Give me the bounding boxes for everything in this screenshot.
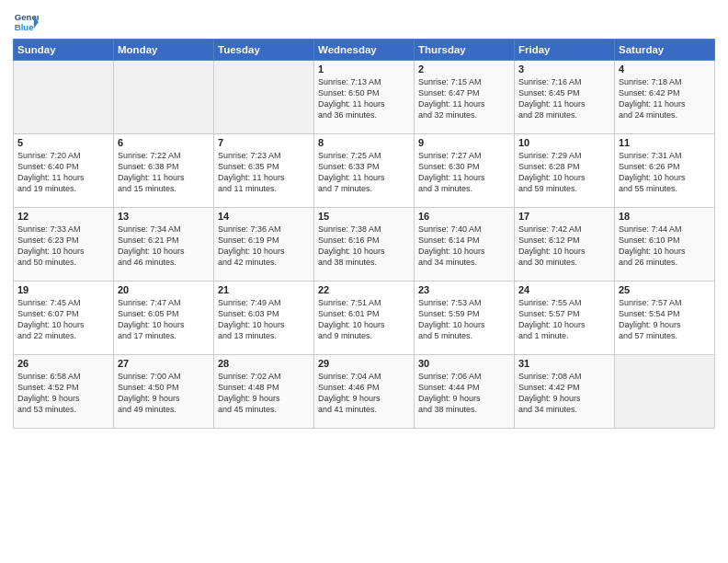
day-info: Sunrise: 7:16 AM Sunset: 6:45 PM Dayligh… — [518, 76, 610, 121]
day-number: 5 — [17, 137, 109, 148]
weekday-header-saturday: Saturday — [615, 40, 715, 61]
week-row-4: 19Sunrise: 7:45 AM Sunset: 6:07 PM Dayli… — [14, 282, 715, 355]
day-cell: 11Sunrise: 7:31 AM Sunset: 6:26 PM Dayli… — [615, 134, 715, 208]
day-info: Sunrise: 7:31 AM Sunset: 6:26 PM Dayligh… — [619, 150, 711, 195]
day-info: Sunrise: 7:36 AM Sunset: 6:19 PM Dayligh… — [218, 224, 310, 269]
weekday-header-monday: Monday — [114, 40, 214, 61]
day-info: Sunrise: 7:33 AM Sunset: 6:23 PM Dayligh… — [17, 224, 109, 269]
header-row: SundayMondayTuesdayWednesdayThursdayFrid… — [14, 40, 715, 61]
day-cell: 16Sunrise: 7:40 AM Sunset: 6:14 PM Dayli… — [415, 208, 515, 282]
day-info: Sunrise: 7:20 AM Sunset: 6:40 PM Dayligh… — [17, 150, 109, 195]
day-cell: 13Sunrise: 7:34 AM Sunset: 6:21 PM Dayli… — [114, 208, 214, 282]
day-number: 10 — [518, 137, 610, 148]
day-info: Sunrise: 7:27 AM Sunset: 6:30 PM Dayligh… — [418, 150, 510, 195]
day-number: 22 — [318, 284, 410, 295]
day-cell: 4Sunrise: 7:18 AM Sunset: 6:42 PM Daylig… — [615, 61, 715, 134]
week-row-5: 26Sunrise: 6:58 AM Sunset: 4:52 PM Dayli… — [14, 355, 715, 429]
day-info: Sunrise: 7:23 AM Sunset: 6:35 PM Dayligh… — [218, 150, 310, 195]
weekday-header-wednesday: Wednesday — [314, 40, 415, 61]
day-cell: 31Sunrise: 7:08 AM Sunset: 4:42 PM Dayli… — [515, 355, 615, 429]
day-number: 9 — [418, 137, 510, 148]
day-cell: 1Sunrise: 7:13 AM Sunset: 6:50 PM Daylig… — [314, 61, 415, 134]
day-cell: 21Sunrise: 7:49 AM Sunset: 6:03 PM Dayli… — [214, 282, 314, 355]
day-cell: 25Sunrise: 7:57 AM Sunset: 5:54 PM Dayli… — [615, 282, 715, 355]
day-info: Sunrise: 7:25 AM Sunset: 6:33 PM Dayligh… — [318, 150, 410, 195]
day-info: Sunrise: 7:00 AM Sunset: 4:50 PM Dayligh… — [118, 371, 210, 416]
day-cell: 3Sunrise: 7:16 AM Sunset: 6:45 PM Daylig… — [515, 61, 615, 134]
day-info: Sunrise: 7:53 AM Sunset: 5:59 PM Dayligh… — [418, 297, 510, 342]
day-number: 27 — [118, 358, 210, 369]
day-number: 20 — [118, 284, 210, 295]
day-number: 14 — [218, 211, 310, 222]
day-number: 29 — [318, 358, 410, 369]
day-cell: 14Sunrise: 7:36 AM Sunset: 6:19 PM Dayli… — [214, 208, 314, 282]
day-info: Sunrise: 7:40 AM Sunset: 6:14 PM Dayligh… — [418, 224, 510, 269]
day-info: Sunrise: 7:02 AM Sunset: 4:48 PM Dayligh… — [218, 371, 310, 416]
day-cell: 24Sunrise: 7:55 AM Sunset: 5:57 PM Dayli… — [515, 282, 615, 355]
week-row-3: 12Sunrise: 7:33 AM Sunset: 6:23 PM Dayli… — [14, 208, 715, 282]
day-cell: 22Sunrise: 7:51 AM Sunset: 6:01 PM Dayli… — [314, 282, 415, 355]
day-info: Sunrise: 7:38 AM Sunset: 6:16 PM Dayligh… — [318, 224, 410, 269]
day-number: 3 — [518, 63, 610, 75]
day-cell — [214, 61, 314, 134]
day-cell: 29Sunrise: 7:04 AM Sunset: 4:46 PM Dayli… — [314, 355, 415, 429]
weekday-header-tuesday: Tuesday — [214, 40, 314, 61]
week-row-1: 1Sunrise: 7:13 AM Sunset: 6:50 PM Daylig… — [14, 61, 715, 134]
day-cell: 10Sunrise: 7:29 AM Sunset: 6:28 PM Dayli… — [515, 134, 615, 208]
day-cell: 9Sunrise: 7:27 AM Sunset: 6:30 PM Daylig… — [415, 134, 515, 208]
day-info: Sunrise: 7:44 AM Sunset: 6:10 PM Dayligh… — [619, 224, 711, 269]
day-info: Sunrise: 7:34 AM Sunset: 6:21 PM Dayligh… — [118, 224, 210, 269]
day-number: 13 — [118, 211, 210, 222]
weekday-header-thursday: Thursday — [415, 40, 515, 61]
day-cell: 6Sunrise: 7:22 AM Sunset: 6:38 PM Daylig… — [114, 134, 214, 208]
day-cell: 27Sunrise: 7:00 AM Sunset: 4:50 PM Dayli… — [114, 355, 214, 429]
svg-text:Blue: Blue — [15, 22, 34, 32]
day-number: 24 — [518, 284, 610, 295]
day-cell: 5Sunrise: 7:20 AM Sunset: 6:40 PM Daylig… — [14, 134, 114, 208]
day-cell — [114, 61, 214, 134]
day-info: Sunrise: 7:22 AM Sunset: 6:38 PM Dayligh… — [118, 150, 210, 195]
day-info: Sunrise: 6:58 AM Sunset: 4:52 PM Dayligh… — [17, 371, 109, 416]
day-number: 30 — [418, 358, 510, 369]
day-info: Sunrise: 7:47 AM Sunset: 6:05 PM Dayligh… — [118, 297, 210, 342]
day-info: Sunrise: 7:13 AM Sunset: 6:50 PM Dayligh… — [318, 76, 410, 121]
day-info: Sunrise: 7:51 AM Sunset: 6:01 PM Dayligh… — [318, 297, 410, 342]
header: General Blue — [13, 9, 715, 35]
day-info: Sunrise: 7:42 AM Sunset: 6:12 PM Dayligh… — [518, 224, 610, 269]
day-cell: 2Sunrise: 7:15 AM Sunset: 6:47 PM Daylig… — [415, 61, 515, 134]
day-number: 21 — [218, 284, 310, 295]
weekday-header-sunday: Sunday — [14, 40, 114, 61]
day-info: Sunrise: 7:45 AM Sunset: 6:07 PM Dayligh… — [17, 297, 109, 342]
day-cell: 30Sunrise: 7:06 AM Sunset: 4:44 PM Dayli… — [415, 355, 515, 429]
day-info: Sunrise: 7:04 AM Sunset: 4:46 PM Dayligh… — [318, 371, 410, 416]
day-number: 16 — [418, 211, 510, 222]
day-cell — [615, 355, 715, 429]
day-cell: 20Sunrise: 7:47 AM Sunset: 6:05 PM Dayli… — [114, 282, 214, 355]
day-number: 18 — [619, 211, 711, 222]
day-cell: 15Sunrise: 7:38 AM Sunset: 6:16 PM Dayli… — [314, 208, 415, 282]
day-info: Sunrise: 7:57 AM Sunset: 5:54 PM Dayligh… — [619, 297, 711, 342]
day-number: 11 — [619, 137, 711, 148]
logo-icon: General Blue — [13, 9, 39, 35]
day-info: Sunrise: 7:18 AM Sunset: 6:42 PM Dayligh… — [619, 76, 711, 121]
day-info: Sunrise: 7:49 AM Sunset: 6:03 PM Dayligh… — [218, 297, 310, 342]
day-cell: 28Sunrise: 7:02 AM Sunset: 4:48 PM Dayli… — [214, 355, 314, 429]
calendar-table: SundayMondayTuesdayWednesdayThursdayFrid… — [13, 39, 715, 429]
day-number: 2 — [418, 63, 510, 75]
day-info: Sunrise: 7:55 AM Sunset: 5:57 PM Dayligh… — [518, 297, 610, 342]
page: General Blue SundayMondayTuesdayWednesda… — [0, 0, 728, 563]
day-number: 28 — [218, 358, 310, 369]
day-number: 6 — [118, 137, 210, 148]
day-number: 8 — [318, 137, 410, 148]
day-cell: 23Sunrise: 7:53 AM Sunset: 5:59 PM Dayli… — [415, 282, 515, 355]
day-number: 15 — [318, 211, 410, 222]
weekday-header-friday: Friday — [515, 40, 615, 61]
day-cell: 7Sunrise: 7:23 AM Sunset: 6:35 PM Daylig… — [214, 134, 314, 208]
day-number: 4 — [619, 63, 711, 75]
day-cell: 26Sunrise: 6:58 AM Sunset: 4:52 PM Dayli… — [14, 355, 114, 429]
day-cell: 18Sunrise: 7:44 AM Sunset: 6:10 PM Dayli… — [615, 208, 715, 282]
day-number: 25 — [619, 284, 711, 295]
day-info: Sunrise: 7:29 AM Sunset: 6:28 PM Dayligh… — [518, 150, 610, 195]
logo: General Blue — [13, 9, 39, 35]
day-info: Sunrise: 7:06 AM Sunset: 4:44 PM Dayligh… — [418, 371, 510, 416]
